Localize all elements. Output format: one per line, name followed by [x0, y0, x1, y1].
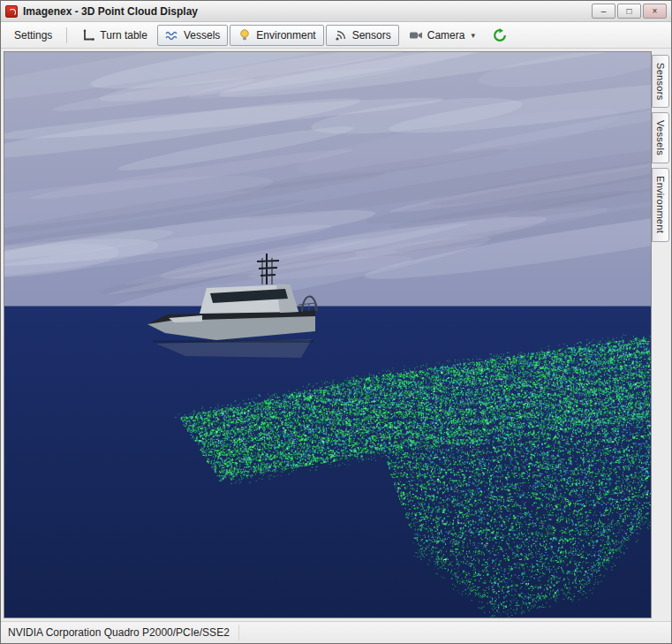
toolbar: Settings Turn table Vessels Environment	[1, 22, 671, 49]
camera-button[interactable]: Camera ▾	[401, 25, 483, 46]
main-area: Sensors Vessels Environment	[1, 49, 671, 621]
window-title: Imagenex - 3D Point Cloud Display	[23, 5, 586, 18]
toolbar-separator	[66, 27, 67, 43]
refresh-button[interactable]	[485, 25, 515, 46]
window-controls: – □ ×	[592, 4, 667, 19]
sensors-button[interactable]: Sensors	[326, 25, 399, 46]
refresh-icon	[493, 28, 507, 42]
environment-icon	[238, 28, 252, 42]
tab-sensors[interactable]: Sensors	[652, 55, 669, 108]
sensors-icon	[334, 28, 348, 42]
maximize-button[interactable]: □	[617, 4, 641, 19]
turn-table-icon	[81, 28, 95, 42]
tab-vessels[interactable]: Vessels	[652, 112, 669, 163]
vessels-button[interactable]: Vessels	[157, 25, 228, 46]
gpu-info: NVIDIA Corporation Quadro P2000/PCIe/SSE…	[8, 625, 239, 640]
environment-button[interactable]: Environment	[230, 25, 323, 46]
close-button[interactable]: ×	[643, 4, 667, 19]
status-bar: NVIDIA Corporation Quadro P2000/PCIe/SSE…	[1, 621, 671, 643]
camera-button-label: Camera	[427, 29, 465, 42]
sensors-button-label: Sensors	[352, 29, 391, 42]
turn-table-button-label: Turn table	[100, 29, 147, 42]
side-tab-strip: Sensors Vessels Environment	[652, 51, 671, 618]
tab-environment[interactable]: Environment	[652, 168, 669, 241]
app-icon	[5, 5, 18, 18]
title-bar: Imagenex - 3D Point Cloud Display – □ ×	[1, 1, 671, 22]
minimize-button[interactable]: –	[592, 4, 615, 19]
app-window: Imagenex - 3D Point Cloud Display – □ × …	[0, 0, 672, 644]
chevron-down-icon: ▾	[471, 31, 475, 40]
camera-icon	[409, 28, 423, 42]
3d-viewport	[4, 51, 652, 618]
settings-button-label: Settings	[14, 29, 52, 42]
vessels-icon	[165, 28, 179, 42]
turn-table-button[interactable]: Turn table	[73, 25, 155, 46]
point-cloud-scene-canvas[interactable]	[4, 52, 651, 617]
vessels-button-label: Vessels	[184, 29, 220, 42]
settings-button[interactable]: Settings	[6, 26, 60, 45]
environment-button-label: Environment	[256, 29, 315, 42]
